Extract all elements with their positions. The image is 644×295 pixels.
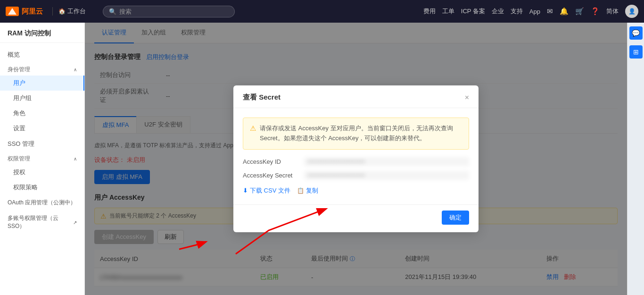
field-secret-label: AccessKey Secret <box>243 172 304 179</box>
confirm-button[interactable]: 确定 <box>442 211 469 225</box>
modal-header: 查看 Secret × <box>233 85 479 108</box>
logo-text: 阿里云 <box>22 7 43 16</box>
modal-overlay[interactable]: 查看 Secret × ⚠ 请保存或发送 AccessKey 至对应用户。当前窗… <box>85 23 627 295</box>
main-content: 认证管理 加入的组 权限管理 控制台登录管理 启用控制台登录 控制台 <box>85 23 627 295</box>
download-csv-label: 下载 CSV 文件 <box>250 186 290 195</box>
field-id-value: •••••••••••••••••••••• <box>304 157 469 166</box>
sidebar-item-overview[interactable]: 概览 <box>0 47 84 63</box>
identity-label: 身份管理 <box>8 66 30 74</box>
cart-icon[interactable]: 🛒 <box>575 7 584 16</box>
settings-label: 设置 <box>13 125 25 132</box>
sidebar-item-oauth[interactable]: OAuth 应用管理（公测中） <box>0 195 84 211</box>
top-nav: 阿里云 🏠 工作台 🔍 费用 工单 ICP 备案 企业 支持 App ✉ 🔔 🛒… <box>0 0 644 23</box>
nav-action-icp[interactable]: ICP 备案 <box>461 7 485 16</box>
nav-action-ticket[interactable]: 工单 <box>442 7 454 16</box>
sso-label: SSO 管理 <box>8 140 34 148</box>
alert-text: 请保存或发送 AccessKey 至对应用户。当前窗口关闭后，无法再次查询 Se… <box>260 124 462 143</box>
field-id-label: AccessKey ID <box>243 158 304 165</box>
logo-icon <box>6 7 19 16</box>
modal-alert: ⚠ 请保存或发送 AccessKey 至对应用户。当前窗口关闭后，无法再次查询 … <box>243 118 469 150</box>
modal-actions: ⬇ 下载 CSV 文件 📋 复制 <box>243 186 469 195</box>
accesskey-id-row: AccessKey ID •••••••••••••••••••••• <box>243 157 469 166</box>
authorize-label: 授权 <box>13 169 25 176</box>
nav-actions: 费用 工单 ICP 备案 企业 支持 App ✉ 🔔 🛒 ❓ 简体 👤 <box>423 5 638 18</box>
sidebar-item-roles[interactable]: 角色 <box>0 106 84 121</box>
permissions-arrow: ∧ <box>74 156 77 161</box>
sidebar-item-identity[interactable]: 身份管理 ∧ <box>0 63 84 76</box>
nav-action-support[interactable]: 支持 <box>511 7 523 16</box>
workbench-link[interactable]: 🏠 工作台 <box>52 7 91 16</box>
permissions-label: 权限管理 <box>8 155 30 163</box>
nav-action-fees[interactable]: 费用 <box>423 7 436 16</box>
usergroups-label: 用户组 <box>13 94 32 101</box>
multiaccount-label: 多账号权限管理（云 SSO） <box>8 214 73 230</box>
modal-body: ⚠ 请保存或发送 AccessKey 至对应用户。当前窗口关闭后，无法再次查询 … <box>233 108 479 204</box>
modal-title: 查看 Secret <box>243 93 281 102</box>
sidebar-item-permissions[interactable]: 权限管理 ∧ <box>0 152 84 165</box>
simplified-label[interactable]: 简体 <box>606 7 619 16</box>
copy-label: 复制 <box>306 186 318 195</box>
nav-action-app[interactable]: App <box>529 8 540 15</box>
modal-view-secret: 查看 Secret × ⚠ 请保存或发送 AccessKey 至对应用户。当前窗… <box>233 85 479 232</box>
right-panel: 💬 ⊞ <box>627 23 644 295</box>
logo[interactable]: 阿里云 <box>6 7 43 16</box>
modal-close-button[interactable]: × <box>465 93 469 102</box>
bell-icon[interactable]: 🔔 <box>560 7 569 16</box>
sidebar-item-usergroups[interactable]: 用户组 <box>0 91 84 106</box>
modal-footer: 确定 <box>233 204 479 232</box>
copy-button[interactable]: 📋 复制 <box>297 186 318 195</box>
sidebar-item-users[interactable]: 用户 <box>0 76 84 91</box>
sidebar-item-settings[interactable]: 设置 <box>0 121 84 136</box>
right-panel-chat-icon[interactable]: 💬 <box>629 26 643 40</box>
users-label: 用户 <box>13 79 25 86</box>
oauth-label: OAuth 应用管理（公测中） <box>8 199 76 207</box>
sidebar-item-policy[interactable]: 权限策略 <box>0 180 84 195</box>
workbench-label: 工作台 <box>67 7 86 16</box>
mail-icon[interactable]: ✉ <box>547 7 553 16</box>
download-csv-button[interactable]: ⬇ 下载 CSV 文件 <box>243 186 290 195</box>
roles-label: 角色 <box>13 110 25 117</box>
right-panel-grid-icon[interactable]: ⊞ <box>629 45 643 59</box>
search-icon: 🔍 <box>109 8 116 15</box>
external-icon: ↗ <box>73 220 77 225</box>
help-icon[interactable]: ❓ <box>591 7 600 16</box>
search-input[interactable] <box>119 8 229 15</box>
accesskey-secret-row: AccessKey Secret •••••••••••••••••••••• <box>243 171 469 180</box>
sidebar-section: 概览 身份管理 ∧ 用户 用户组 角色 设置 SSO 管理 权限管理 <box>0 43 84 238</box>
overview-label: 概览 <box>8 51 20 59</box>
alert-icon: ⚠ <box>250 124 256 133</box>
field-secret-value: •••••••••••••••••••••• <box>304 171 469 180</box>
avatar[interactable]: 👤 <box>625 5 638 18</box>
sidebar-item-authorize[interactable]: 授权 <box>0 165 84 180</box>
sidebar-item-multiaccount[interactable]: 多账号权限管理（云 SSO） ↗ <box>0 211 84 234</box>
download-icon: ⬇ <box>243 187 248 194</box>
search-bar[interactable]: 🔍 <box>103 6 235 17</box>
copy-icon: 📋 <box>297 187 304 194</box>
policy-label: 权限策略 <box>13 184 38 191</box>
identity-arrow: ∧ <box>74 67 77 72</box>
nav-action-enterprise[interactable]: 企业 <box>492 7 504 16</box>
sidebar-title: RAM 访问控制 <box>0 23 84 43</box>
sidebar-item-sso[interactable]: SSO 管理 <box>0 136 84 152</box>
sidebar: RAM 访问控制 概览 身份管理 ∧ 用户 用户组 角色 设置 SSO 管理 <box>0 23 85 295</box>
